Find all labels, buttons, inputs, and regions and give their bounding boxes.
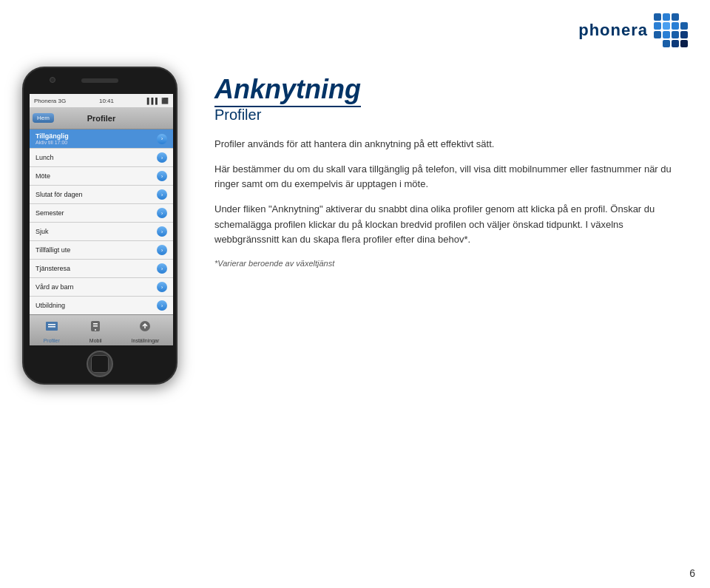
phone-shell: Phonera 3G 10:41 ▌▌▌ ⬛ Hem Profiler Till… [22,67,178,385]
list-item[interactable]: Lunch › [30,149,173,167]
phone-mockup: Phonera 3G 10:41 ▌▌▌ ⬛ Hem Profiler Till… [15,44,185,459]
list-item[interactable]: Tillfälligt ute › [30,241,173,260]
list-item[interactable]: Sjuk › [30,223,173,241]
phone-screen: Phonera 3G 10:41 ▌▌▌ ⬛ Hem Profiler Till… [30,94,173,345]
tab-icon [87,318,104,337]
list-item[interactable]: Vård av barn › [30,278,173,297]
tab-item[interactable]: Mobil [87,318,104,343]
page-number: 6 [689,567,695,579]
svg-rect-5 [93,325,98,327]
heading-main-text: Anknytning [214,74,361,107]
tab-icon [137,318,153,337]
status-bar: Phonera 3G 10:41 ▌▌▌ ⬛ [30,94,173,107]
content-area: Anknytning Profiler Profiler används för… [214,74,688,558]
tab-icon [44,318,60,337]
home-button-inner [91,355,109,373]
logo-icon [654,13,688,47]
profile-item-active[interactable]: Tillgänglig Aktiv till 17:00 › [30,129,173,149]
phone-speaker [81,78,118,83]
heading-main: Anknytning [214,74,688,105]
tab-bar: Profiler Mobil Inställningar [30,314,173,345]
footnote: *Varierar beroende av växeltjänst [214,259,688,268]
logo-text: phonera [578,21,648,40]
svg-point-6 [95,329,96,331]
svg-rect-1 [48,324,55,325]
tab-label: Inställningar [132,338,160,343]
nav-back-button[interactable]: Hem [33,113,54,123]
paragraph1: Profiler används för att hantera din ank… [214,137,688,152]
nav-bar: Hem Profiler [30,107,173,129]
paragraph2: Här bestämmer du om du skall vara tillgä… [214,162,688,192]
tab-item[interactable]: Profiler [44,318,60,343]
svg-rect-2 [48,326,55,328]
home-button[interactable] [87,351,113,377]
time-text: 10:41 [99,98,114,104]
signal-text: ▌▌▌ ⬛ [147,98,169,104]
list-item[interactable]: Semester › [30,204,173,223]
list-item[interactable]: Tjänsteresa › [30,260,173,278]
paragraph3: Under fliken "Anknytning" aktiverar du s… [214,202,688,246]
tab-item[interactable]: Inställningar [132,318,160,343]
list-item[interactable]: Utbildning › [30,297,173,315]
tab-label: Mobil [89,338,102,343]
carrier-text: Phonera 3G [34,98,66,104]
tab-label: Profiler [44,338,60,343]
logo-area: phonera [578,13,688,47]
svg-rect-4 [93,323,98,325]
list-item[interactable]: Möte › [30,167,173,186]
phone-camera [50,77,55,83]
list-item[interactable]: Slutat för dagen › [30,186,173,204]
nav-title: Profiler [87,114,116,123]
profile-list: Tillgänglig Aktiv till 17:00 › Lunch › M… [30,129,173,315]
heading-sub: Profiler [214,107,688,124]
